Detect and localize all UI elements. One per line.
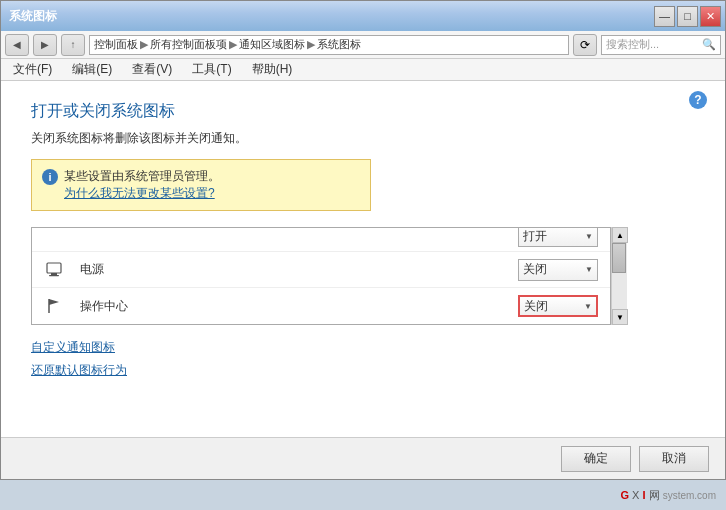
action-center-row: 操作中心 关闭 ▼ — [32, 288, 610, 324]
action-center-dropdown[interactable]: 关闭 ▼ — [518, 295, 598, 317]
watermark-text: G X I 网 system.com — [620, 488, 716, 503]
scroll-thumb[interactable] — [612, 243, 626, 273]
table-container: 打开 ▼ 电源 — [31, 227, 695, 325]
ok-button[interactable]: 确定 — [561, 446, 631, 472]
maximize-button[interactable]: □ — [677, 6, 698, 27]
action-center-icon — [44, 296, 64, 316]
bottom-bar: 确定 取消 — [1, 437, 725, 479]
menu-bar: 文件(F) 编辑(E) 查看(V) 工具(T) 帮助(H) — [1, 59, 725, 81]
svg-rect-0 — [47, 263, 61, 273]
info-icon: i — [42, 169, 58, 185]
window-title: 系统图标 — [9, 8, 654, 25]
main-window: 系统图标 — □ ✕ ◀ ▶ ↑ 控制面板 ▶ 所有控制面板项 ▶ 通知区域图标… — [0, 0, 726, 480]
address-path[interactable]: 控制面板 ▶ 所有控制面板项 ▶ 通知区域图标 ▶ 系统图标 — [89, 35, 569, 55]
cancel-button[interactable]: 取消 — [639, 446, 709, 472]
power-dropdown[interactable]: 关闭 ▼ — [518, 259, 598, 281]
path-sep2: ▶ — [229, 38, 237, 51]
action-center-dropdown-arrow: ▼ — [584, 302, 592, 311]
customize-link[interactable]: 自定义通知图标 — [31, 339, 695, 356]
action-center-control: 关闭 ▼ — [518, 295, 598, 317]
title-bar: 系统图标 — □ ✕ — [1, 1, 725, 31]
svg-marker-4 — [49, 299, 59, 305]
partial-icon — [44, 228, 64, 247]
path-part3: 通知区域图标 — [239, 37, 305, 52]
close-button[interactable]: ✕ — [700, 6, 721, 27]
partial-dropdown[interactable]: 打开 ▼ — [518, 228, 598, 247]
power-label: 电源 — [80, 261, 502, 278]
path-sep3: ▶ — [307, 38, 315, 51]
icon-table: 打开 ▼ 电源 — [31, 227, 611, 325]
svg-rect-1 — [51, 273, 57, 275]
info-text: 某些设置由系统管理员管理。 为什么我无法更改某些设置? — [64, 168, 220, 202]
path-sep1: ▶ — [140, 38, 148, 51]
address-bar: ◀ ▶ ↑ 控制面板 ▶ 所有控制面板项 ▶ 通知区域图标 ▶ 系统图标 ⟳ 搜… — [1, 31, 725, 59]
search-box[interactable]: 搜索控制... 🔍 — [601, 35, 721, 55]
power-icon — [44, 260, 64, 280]
title-buttons: — □ ✕ — [654, 6, 721, 27]
page-title: 打开或关闭系统图标 — [31, 101, 695, 122]
partial-row: 打开 ▼ — [32, 228, 610, 252]
partial-control: 打开 ▼ — [518, 228, 598, 247]
menu-tools[interactable]: 工具(T) — [188, 59, 235, 80]
scroll-track — [612, 243, 627, 309]
info-message: 某些设置由系统管理员管理。 — [64, 168, 220, 185]
partial-dropdown-arrow: ▼ — [585, 232, 593, 241]
path-part4: 系统图标 — [317, 37, 361, 52]
watermark-bar: G X I 网 system.com — [0, 480, 726, 510]
scroll-down-arrow[interactable]: ▼ — [612, 309, 628, 325]
action-center-label: 操作中心 — [80, 298, 502, 315]
search-icon: 🔍 — [702, 38, 716, 51]
action-center-dropdown-value: 关闭 — [524, 298, 548, 315]
info-box: i 某些设置由系统管理员管理。 为什么我无法更改某些设置? — [31, 159, 371, 211]
menu-view[interactable]: 查看(V) — [128, 59, 176, 80]
minimize-button[interactable]: — — [654, 6, 675, 27]
refresh-button[interactable]: ⟳ — [573, 34, 597, 56]
up-button[interactable]: ↑ — [61, 34, 85, 56]
svg-rect-2 — [49, 275, 59, 276]
content-area: ? 打开或关闭系统图标 关闭系统图标将删除该图标并关闭通知。 i 某些设置由系统… — [1, 81, 725, 437]
power-control: 关闭 ▼ — [518, 259, 598, 281]
menu-file[interactable]: 文件(F) — [9, 59, 56, 80]
partial-dropdown-value: 打开 — [523, 228, 547, 245]
power-row: 电源 关闭 ▼ — [32, 252, 610, 288]
page-desc: 关闭系统图标将删除该图标并关闭通知。 — [31, 130, 695, 147]
table-scrollbar: ▲ ▼ — [611, 227, 627, 325]
forward-button[interactable]: ▶ — [33, 34, 57, 56]
path-part2: 所有控制面板项 — [150, 37, 227, 52]
power-dropdown-value: 关闭 — [523, 261, 547, 278]
search-placeholder: 搜索控制... — [606, 37, 659, 52]
power-dropdown-arrow: ▼ — [585, 265, 593, 274]
back-button[interactable]: ◀ — [5, 34, 29, 56]
scroll-up-arrow[interactable]: ▲ — [612, 227, 628, 243]
bottom-links: 自定义通知图标 还原默认图标行为 — [31, 339, 695, 379]
info-link[interactable]: 为什么我无法更改某些设置? — [64, 185, 220, 202]
menu-edit[interactable]: 编辑(E) — [68, 59, 116, 80]
path-part1: 控制面板 — [94, 37, 138, 52]
restore-link[interactable]: 还原默认图标行为 — [31, 362, 695, 379]
menu-help[interactable]: 帮助(H) — [248, 59, 297, 80]
help-icon[interactable]: ? — [689, 91, 707, 109]
